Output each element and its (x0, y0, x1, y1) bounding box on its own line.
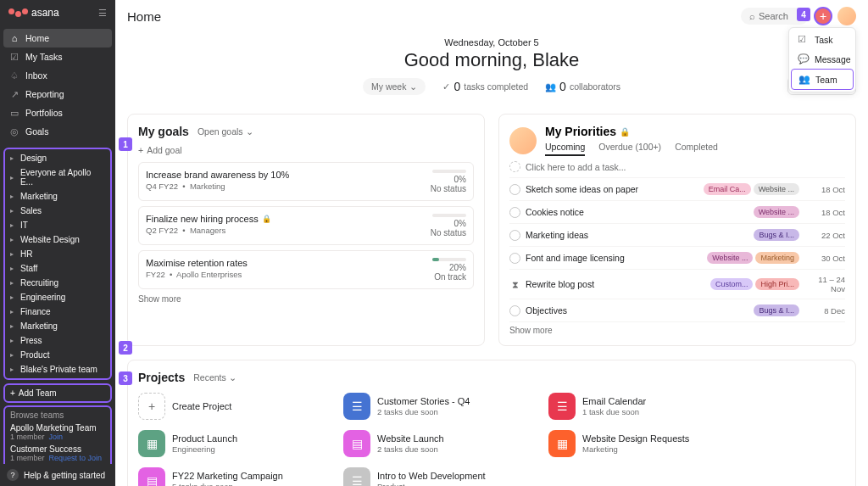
nav-reporting[interactable]: ↗Reporting (0, 85, 115, 103)
tab-completed[interactable]: Completed (675, 142, 718, 156)
create-task-item[interactable]: ☑Task (791, 30, 854, 49)
team-row[interactable]: ▸Press (5, 333, 110, 348)
task-tags: Bugs & I... (754, 229, 799, 241)
team-row[interactable]: ▸Staff (5, 261, 110, 276)
team-name: Design (20, 154, 47, 163)
browse-team-action[interactable]: Join (49, 433, 64, 441)
goal-meta: Q2 FY22 • Managers (146, 226, 271, 235)
project-item[interactable]: ▦Product LaunchEngineering (138, 430, 333, 457)
team-row[interactable]: ▸Marketing (5, 189, 110, 204)
task-tag[interactable]: Bugs & I... (754, 229, 799, 241)
app-logo[interactable]: asana (8, 7, 59, 19)
hourglass-icon: ⧗ (509, 279, 520, 290)
goal-item[interactable]: Increase brand awareness by 10% Q4 FY22 … (138, 162, 474, 201)
priorities-show-more[interactable]: Show more (509, 326, 845, 335)
add-task-row[interactable]: Click here to add a task... (509, 156, 845, 178)
check-circle-icon: ☑ (798, 34, 810, 45)
project-item[interactable]: ☰Intro to Web DevelopmentProduct (343, 467, 538, 486)
team-row[interactable]: ▸IT (5, 218, 110, 232)
add-task-placeholder: Click here to add a task... (526, 162, 845, 172)
tasks-completed-stat: ✓0tasks completed (442, 80, 528, 93)
team-row[interactable]: ▸Recruiting (5, 276, 110, 290)
task-tag[interactable]: Marketing (755, 252, 799, 264)
open-goals-dropdown[interactable]: Open goals⌄ (198, 126, 253, 137)
stat-label: collaborators (570, 81, 620, 92)
task-checkbox[interactable] (509, 305, 520, 316)
browse-team-item[interactable]: Customer Success1 member Request to Join (10, 444, 105, 462)
task-tag[interactable]: Custom... (710, 278, 754, 290)
task-tags: Bugs & I... (754, 304, 799, 316)
stat-num: 0 (453, 80, 460, 93)
goal-item[interactable]: Maximise retention rates FY22 • Apollo E… (138, 250, 474, 289)
task-row[interactable]: ⧗Rewrite blog postCustom...High Pri...11… (509, 270, 845, 299)
task-tag[interactable]: High Pri... (755, 278, 799, 290)
task-name[interactable]: Font and image licensing (526, 253, 702, 263)
nav-portfolios[interactable]: ▭Portfolios (0, 103, 115, 122)
task-checkbox[interactable] (509, 161, 520, 172)
task-tag[interactable]: Email Ca... (704, 183, 751, 195)
nav-home[interactable]: ⌂Home (3, 29, 112, 47)
create-message-item[interactable]: 💬Message (791, 49, 854, 69)
collapse-sidebar-icon[interactable]: ☰ (98, 8, 107, 18)
browse-team-action[interactable]: Request to Join (49, 454, 103, 462)
project-item[interactable]: ☰Customer Stories - Q42 tasks due soon (343, 393, 538, 420)
tab-upcoming[interactable]: Upcoming (545, 142, 585, 156)
nav-inbox[interactable]: ♤Inbox (0, 66, 115, 85)
team-row[interactable]: ▸Product (5, 348, 110, 362)
task-row[interactable]: Sketch some ideas on paperEmail Ca...Web… (509, 178, 845, 201)
task-row[interactable]: ObjectivesBugs & I...8 Dec (509, 299, 845, 322)
goal-percent: 0% (431, 175, 466, 184)
task-name[interactable]: Rewrite blog post (526, 279, 705, 289)
myweek-dropdown[interactable]: My week⌄ (363, 78, 426, 95)
project-item[interactable]: ▦Website Design RequestsMarketing (548, 430, 743, 457)
task-checkbox[interactable] (509, 207, 520, 218)
browse-team-item[interactable]: Apollo Marketing Team1 member Join (10, 423, 105, 441)
nav-label: Portfolios (25, 108, 63, 118)
team-row[interactable]: ▸Blake's Private team (5, 362, 110, 377)
task-name[interactable]: Sketch some ideas on paper (526, 184, 698, 194)
goal-item[interactable]: Finalize new hiring process 🔒Q2 FY22 • M… (138, 206, 474, 245)
task-checkbox[interactable] (509, 253, 520, 264)
project-name: Customer Stories - Q4 (377, 396, 470, 406)
team-row[interactable]: ▸Finance (5, 304, 110, 319)
add-team-button[interactable]: + Add Team (3, 383, 112, 403)
nav-mytasks[interactable]: ☑My Tasks (0, 47, 115, 66)
team-row[interactable]: ▸Everyone at Apollo E... (5, 165, 110, 189)
help-button[interactable]: ? Help & getting started (0, 464, 115, 486)
team-row[interactable]: ▸Sales (5, 204, 110, 218)
tab-overdue[interactable]: Overdue (100+) (598, 142, 661, 156)
task-tag[interactable]: Website ... (707, 252, 753, 264)
topbar: Home 4 ⌕ Search + (115, 0, 868, 32)
task-row[interactable]: Cookies noticeWebsite ...18 Oct (509, 201, 845, 224)
goals-show-more[interactable]: Show more (138, 294, 474, 304)
create-team-item[interactable]: 👥Team (791, 69, 854, 90)
goal-status: No status (431, 228, 466, 237)
task-name[interactable]: Marketing ideas (526, 230, 748, 240)
task-tag[interactable]: Website ... (754, 183, 799, 195)
task-name[interactable]: Cookies notice (526, 207, 748, 217)
project-icon: ▤ (343, 430, 370, 457)
global-create-button[interactable]: + (814, 7, 832, 25)
recents-dropdown[interactable]: Recents⌄ (193, 372, 236, 383)
project-item[interactable]: ☰Email Calendar1 task due soon (548, 393, 743, 420)
goal-meta: Q4 FY22 • Marketing (146, 182, 289, 191)
project-item[interactable]: ▤Website Launch2 tasks due soon (343, 430, 538, 457)
project-item[interactable]: ▤FY22 Marketing Campaign5 tasks due soon (138, 467, 333, 486)
task-checkbox[interactable] (509, 230, 520, 241)
team-row[interactable]: ▸HR (5, 247, 110, 261)
task-tag[interactable]: Bugs & I... (754, 304, 799, 316)
team-row[interactable]: ▸Marketing (5, 319, 110, 333)
team-row[interactable]: ▸Design (5, 151, 110, 165)
profile-avatar[interactable] (837, 7, 856, 25)
task-checkbox[interactable] (509, 184, 520, 195)
create-project-button[interactable]: + Create Project (138, 393, 333, 420)
team-row[interactable]: ▸Engineering (5, 290, 110, 304)
task-name[interactable]: Objectives (526, 305, 748, 316)
add-goal-button[interactable]: +Add goal (138, 145, 474, 155)
task-row[interactable]: Marketing ideasBugs & I...22 Oct (509, 224, 845, 247)
chevron-right-icon: ▸ (10, 236, 17, 243)
team-row[interactable]: ▸Website Design (5, 232, 110, 247)
task-tag[interactable]: Website ... (754, 206, 799, 218)
nav-goals[interactable]: ◎Goals (0, 122, 115, 141)
task-row[interactable]: Font and image licensingWebsite ...Marke… (509, 247, 845, 270)
